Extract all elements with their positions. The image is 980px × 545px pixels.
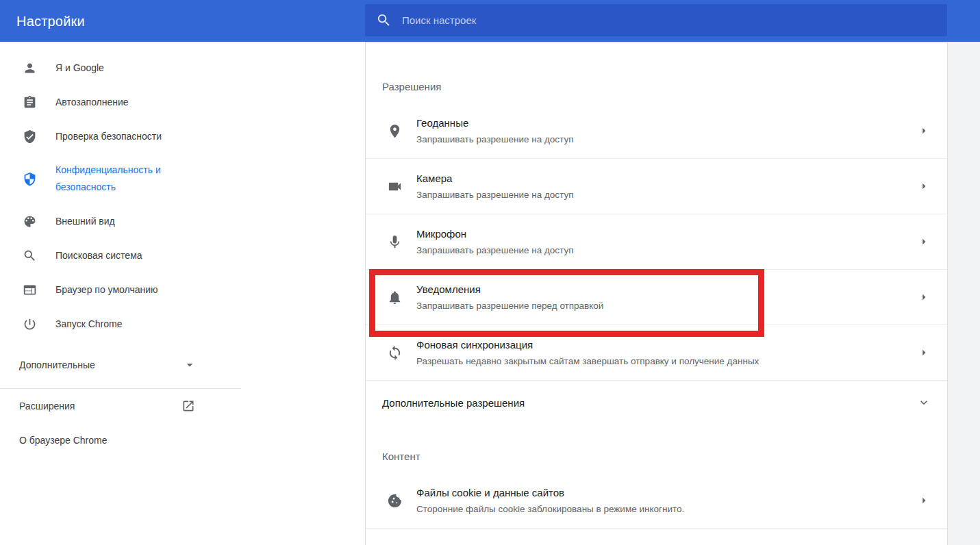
extensions-label: Расширения xyxy=(19,398,75,415)
row-text: Файлы cookie и данные сайтов Сторонние ф… xyxy=(416,486,684,516)
sidebar-item-on-startup[interactable]: Запуск Chrome xyxy=(0,307,241,341)
settings-search-box[interactable] xyxy=(365,4,947,36)
power-icon xyxy=(23,317,37,331)
row-location[interactable]: Геоданные Запрашивать разрешение на дост… xyxy=(366,103,947,159)
shield-check-icon xyxy=(23,129,37,144)
row-title: Микрофон xyxy=(416,227,573,241)
row-subtitle: Запрашивать разрешение на доступ xyxy=(416,189,573,201)
sidebar-item-label: Поисковая система xyxy=(55,247,142,264)
arrow-right-icon xyxy=(917,290,931,304)
row-camera[interactable]: Камера Запрашивать разрешение на доступ xyxy=(366,159,947,214)
row-title: Уведомления xyxy=(416,283,603,296)
page-title: Настройки xyxy=(16,13,85,29)
cookie-icon xyxy=(387,493,403,509)
sidebar-item-label: Внешний вид xyxy=(55,213,115,230)
arrow-right-icon xyxy=(917,346,931,359)
location-pin-icon xyxy=(387,123,403,139)
settings-sidebar: Я и Google Автозаполнение Проверка безоп… xyxy=(0,42,241,457)
row-background-sync[interactable]: Фоновая синхронизация Разрешать недавно … xyxy=(366,325,947,381)
browser-window-icon xyxy=(23,283,37,297)
settings-header: Настройки xyxy=(0,0,980,42)
sidebar-item-about-chrome[interactable]: О браузере Chrome xyxy=(0,423,241,457)
sidebar-item-search-engine[interactable]: Поисковая система xyxy=(0,238,241,272)
sidebar-item-label: Я и Google xyxy=(55,60,104,77)
advanced-label: Дополнительные xyxy=(19,357,95,374)
sidebar-item-safety-check[interactable]: Проверка безопасности xyxy=(0,119,241,153)
sidebar-item-label: Автозаполнение xyxy=(55,94,129,111)
row-text: Камера Запрашивать разрешение на доступ xyxy=(416,172,573,201)
privacy-shield-icon xyxy=(23,172,37,186)
sidebar-item-appearance[interactable]: Внешний вид xyxy=(0,204,241,238)
row-subtitle: Запрашивать разрешение перед отправкой xyxy=(416,300,603,312)
search-icon xyxy=(376,12,392,28)
row-subtitle: Разрешать недавно закрытым сайтам заверш… xyxy=(416,355,759,368)
about-chrome-label: О браузере Chrome xyxy=(19,432,108,449)
search-icon xyxy=(23,249,37,263)
row-subtitle: Сторонние файлы cookie заблокированы в р… xyxy=(416,503,684,516)
sidebar-item-default-browser[interactable]: Браузер по умолчанию xyxy=(0,272,241,307)
microphone-icon xyxy=(387,234,403,250)
sidebar-item-label: Проверка безопасности xyxy=(55,128,162,145)
row-title: Геоданные xyxy=(416,116,573,130)
row-cookies[interactable]: Файлы cookie и данные сайтов Сторонние ф… xyxy=(366,473,947,529)
sidebar-item-privacy-and-security[interactable]: Конфиденциальность и безопасность xyxy=(0,153,241,204)
section-title-permissions: Разрешения xyxy=(382,81,947,93)
arrow-right-icon xyxy=(917,124,931,138)
additional-permissions-row[interactable]: Дополнительные разрешения xyxy=(366,381,947,424)
sidebar-item-extensions[interactable]: Расширения xyxy=(0,389,241,423)
sidebar-item-label: Конфиденциальность и безопасность xyxy=(55,162,203,196)
row-text: Геоданные Запрашивать разрешение на дост… xyxy=(416,116,573,146)
section-title-content: Контент xyxy=(382,451,947,463)
open-in-new-icon xyxy=(181,399,195,413)
row-subtitle: Запрашивать разрешение на доступ xyxy=(416,244,573,257)
row-title: Фоновая синхронизация xyxy=(416,338,759,352)
arrow-right-icon xyxy=(917,179,931,193)
person-icon xyxy=(23,61,37,75)
row-text: Уведомления Запрашивать разрешение перед… xyxy=(416,283,603,312)
row-microphone[interactable]: Микрофон Запрашивать разрешение на досту… xyxy=(366,214,947,270)
sidebar-advanced-toggle[interactable]: Дополнительные xyxy=(0,348,241,382)
content-list: Файлы cookie и данные сайтов Сторонние ф… xyxy=(366,473,947,529)
row-title: Камера xyxy=(416,172,573,186)
sidebar-item-label: Браузер по умолчанию xyxy=(55,281,158,299)
row-text: Фоновая синхронизация Разрешать недавно … xyxy=(416,338,759,368)
bell-icon xyxy=(387,290,403,305)
permissions-list: Геоданные Запрашивать разрешение на дост… xyxy=(366,103,947,381)
additional-permissions-label: Дополнительные разрешения xyxy=(382,397,525,409)
sidebar-item-label: Запуск Chrome xyxy=(55,316,122,333)
sidebar-item-autofill[interactable]: Автозаполнение xyxy=(0,85,241,119)
arrow-drop-down-icon xyxy=(183,358,197,372)
sync-icon xyxy=(387,345,403,361)
settings-content-card: Разрешения Геоданные Запрашивать разреше… xyxy=(365,42,948,545)
palette-icon xyxy=(23,214,37,229)
sidebar-item-me-and-google[interactable]: Я и Google xyxy=(0,51,241,85)
row-title: Файлы cookie и данные сайтов xyxy=(416,486,684,500)
row-text: Микрофон Запрашивать разрешение на досту… xyxy=(416,227,573,257)
camera-icon xyxy=(387,179,403,194)
arrow-right-icon xyxy=(917,494,931,507)
row-subtitle: Запрашивать разрешение на доступ xyxy=(416,134,573,146)
arrow-right-icon xyxy=(917,235,931,249)
page-background-gutter xyxy=(948,42,980,545)
chevron-down-icon xyxy=(917,396,931,409)
row-notifications[interactable]: Уведомления Запрашивать разрешение перед… xyxy=(366,270,947,325)
search-input[interactable] xyxy=(402,14,939,26)
clipboard-icon xyxy=(23,95,37,110)
